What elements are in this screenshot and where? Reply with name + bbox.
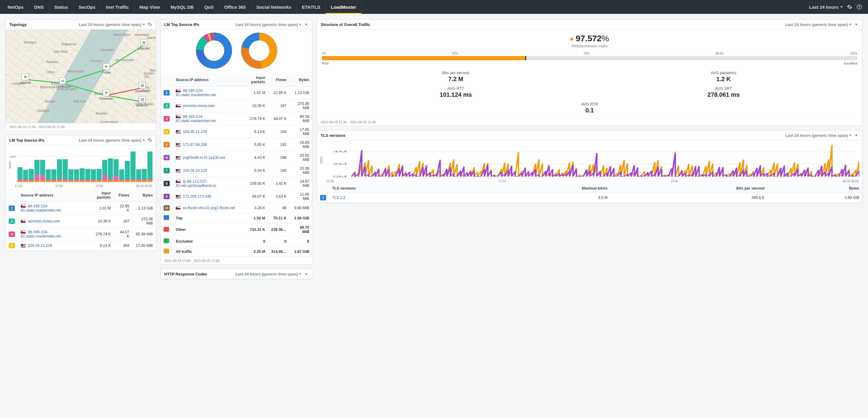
retransmission-value: 97.572% <box>322 34 858 43</box>
svg-rect-16 <box>34 180 39 182</box>
svg-rect-46 <box>91 181 96 182</box>
gear-icon[interactable] <box>147 138 152 142</box>
time-range-selector[interactable]: Last 24 hours <box>809 4 843 10</box>
source-ip-link[interactable]: 172.67.69.208 <box>183 142 207 147</box>
gear-icon: ⚙ <box>103 90 110 96</box>
source-ip-link[interactable]: ip-94-112-227-62.net.upcbroadband.cz <box>176 179 216 188</box>
table-row[interactable]: 2 services.invea.com10.36 K187270.36 MiB <box>6 215 156 228</box>
map-place-label: White Plains <box>114 33 131 36</box>
help-icon[interactable]: ? <box>857 4 862 10</box>
lb-icon: ⇄ <box>59 77 66 84</box>
panel-title: Topology <box>9 22 27 27</box>
chevron-down-icon <box>849 135 851 136</box>
nav-tab-dns[interactable]: DNS <box>29 0 49 14</box>
nav-tab-office-365[interactable]: Office 365 <box>219 0 251 14</box>
table-row[interactable]: 1 89-185-224-81.static.masterinter.net1.… <box>6 202 156 215</box>
table-row[interactable]: 3 89-185-224-82.static.masterinter.net27… <box>161 112 312 125</box>
panel-time-selector[interactable]: Last 24 hours (generic time span) <box>785 22 851 27</box>
source-ip-link[interactable]: xx-fbcdn-shv-01-prg1.fbcdn.net <box>183 206 235 210</box>
gear-icon[interactable] <box>304 271 309 276</box>
flag-us-icon <box>176 195 181 198</box>
table-row[interactable]: 4 104.26.11.2296.13 K20417.45 MiB <box>161 125 312 138</box>
map-place-label: Garden City <box>144 72 156 78</box>
table-row[interactable]: 4 104.26.11.2296.13 K20417.45 MiB <box>6 241 156 251</box>
topology-map[interactable]: White PlainsWanaqueRidgewoodTarrytownYon… <box>6 30 156 123</box>
table-row[interactable]: 6 prg03s06-in-f3.1e100.net4.43 K28815.50… <box>161 151 312 164</box>
source-ip-link[interactable]: services.invea.com <box>183 104 215 108</box>
table-row[interactable]: 10 xx-fbcdn-shv-01-prg1.fbcdn.net3.28 K9… <box>161 203 312 213</box>
nav-tab-netops[interactable]: NetOps <box>2 0 29 14</box>
topology-node-psdemo[interactable]: ▤psdemo <box>136 96 148 107</box>
globe-icon: 🖥 <box>22 73 29 80</box>
panel-title: HTTP Response Codes <box>164 272 207 276</box>
gear-icon[interactable] <box>854 22 859 27</box>
gear-icon[interactable] <box>847 4 852 10</box>
source-ip-link[interactable]: 89-185-224-82.static.masterinter.net <box>21 230 61 238</box>
panel-time-selector[interactable]: Last 24 hours (generic time span) <box>79 138 145 142</box>
table-row[interactable]: 3 89-185-224-82.static.masterinter.net27… <box>6 228 156 241</box>
topology-node-probe[interactable]: ⚙Probe <box>102 63 111 74</box>
source-ip-link[interactable]: services.invea.com <box>28 219 60 223</box>
panel-time-selector[interactable]: Last 24 hours (generic time span) <box>236 22 301 27</box>
gear-icon[interactable] <box>304 22 309 27</box>
tls-version-link[interactable]: TLS 1.2 <box>332 196 345 200</box>
source-ip-link[interactable]: 104.26.11.229 <box>28 244 52 248</box>
flag-us-icon <box>176 169 181 172</box>
server-icon: ▤ <box>139 96 146 103</box>
source-ip-link[interactable]: 104.26.10.229 <box>183 168 207 173</box>
flag-cz-icon <box>176 206 181 210</box>
table-row[interactable]: 1 89-185-224-81.static.masterinter.net1.… <box>161 87 312 99</box>
topology-node-psprobe[interactable]: ▤psprobe <box>138 39 150 50</box>
panel-time-selector[interactable]: Last 24 hours (generic time span) <box>785 133 851 138</box>
table-row[interactable]: 9 173.208.173.24689.07 K3.63 K11.45 MiB <box>161 190 312 203</box>
svg-text:0M: 0M <box>333 175 347 178</box>
source-ip-link[interactable]: 173.208.173.246 <box>183 194 211 199</box>
source-ip-link[interactable]: 104.26.11.229 <box>183 130 207 134</box>
panel-time-selector[interactable]: Last 24 hours (generic time span) <box>79 22 145 27</box>
source-ip-link[interactable]: 89-185-224-81.static.masterinter.net <box>176 89 216 97</box>
table-row[interactable]: 7 104.26.10.2295.34 K18015.36 MiB <box>161 164 312 177</box>
svg-rect-31 <box>63 181 68 182</box>
source-ip-link[interactable]: 89-185-224-81.static.masterinter.net <box>21 204 61 213</box>
chevron-down-icon <box>299 24 301 25</box>
gear-icon[interactable] <box>147 22 152 27</box>
nav-tab-social-networks[interactable]: Social Networks <box>251 0 297 14</box>
source-ip-link[interactable]: 89-185-224-82.static.masterinter.net <box>176 115 216 123</box>
svg-rect-13 <box>29 181 34 182</box>
metric-label: AVG RTT <box>322 86 590 91</box>
svg-rect-67 <box>130 180 135 182</box>
topology-node-psdemo2[interactable]: ▤psdemo2 <box>135 82 149 93</box>
rank-chip: 5 <box>164 142 170 148</box>
table-row[interactable]: 1TLS 1.23.5 M385.6 K3.88 GiB <box>317 193 862 203</box>
dashboard: Topology Last 24 hours (generic time spa… <box>0 14 868 285</box>
nav-tab-qos[interactable]: QoS <box>199 0 219 14</box>
panel-topology: Topology Last 24 hours (generic time spa… <box>5 19 156 131</box>
donut-charts <box>161 30 312 73</box>
svg-rect-64 <box>125 181 130 182</box>
nav-tab-status[interactable]: Status <box>49 0 73 14</box>
nav-tab-inet-traffic[interactable]: Inet Traffic <box>101 0 134 14</box>
topology-node-flowmon[interactable]: ⚙Flowmon <box>99 90 113 100</box>
table-row[interactable]: 2 services.invea.com10.36 K187270.36 MiB <box>161 99 312 112</box>
panel-time-selector[interactable]: Last 24 hours (generic time span) <box>236 272 301 276</box>
flag-cz-icon <box>176 115 181 119</box>
nav-tab-mysql-db[interactable]: MySQL DB <box>165 0 199 14</box>
nav-tabs: NetOpsDNSStatusSecOpsInet TrafficMap Vie… <box>2 0 809 14</box>
nav-tab-loadmaster[interactable]: LoadMaster <box>326 0 362 14</box>
svg-rect-26 <box>57 159 62 182</box>
source-ip-link[interactable]: prg03s06-in-f3.1e100.net <box>183 156 225 160</box>
nav-tab-eta-tls[interactable]: ETA/TLS <box>297 0 326 14</box>
table-row[interactable]: 5 172.67.69.2085.85 K19216.65 MiB <box>161 138 312 151</box>
server-icon: ▤ <box>139 82 146 89</box>
nav-tab-map-view[interactable]: Map View <box>134 0 165 14</box>
chevron-down-icon <box>143 139 145 141</box>
table-row[interactable]: 8 ip-94-112-227-62.net.upcbroadband.cz10… <box>161 177 312 190</box>
topology-node-loadmaster[interactable]: ⇄LoadMaster <box>54 77 71 88</box>
topology-node-internet[interactable]: 🖥Internet <box>20 73 31 85</box>
svg-rect-22 <box>46 181 51 182</box>
svg-text:2M: 2M <box>333 162 347 165</box>
nav-tab-secops[interactable]: SecOps <box>73 0 101 14</box>
svg-rect-34 <box>68 181 73 182</box>
gear-icon[interactable] <box>854 133 859 138</box>
col-right: Structure of Overall Traffic Last 24 hou… <box>317 19 863 203</box>
